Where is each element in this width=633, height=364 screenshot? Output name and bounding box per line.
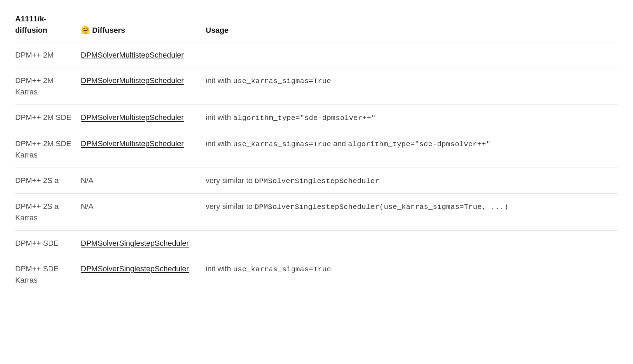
a1111-cell: DPM++ 2M SDE Karras <box>15 131 81 168</box>
diffusers-cell: N/A <box>81 194 206 231</box>
header-a1111: A1111/k-diffusion <box>15 10 81 42</box>
a1111-cell: DPM++ SDE Karras <box>15 256 81 293</box>
usage-cell: init with use_karras_sigmas=True <box>206 256 618 293</box>
table-row: DPM++ 2M KarrasDPMSolverMultistepSchedul… <box>15 68 618 105</box>
usage-text: init with <box>206 139 233 148</box>
header-usage: Usage <box>206 10 618 42</box>
diffusers-na: N/A <box>81 176 94 185</box>
usage-cell <box>206 42 618 68</box>
table-row: DPM++ SDE KarrasDPMSolverSinglestepSched… <box>15 256 618 293</box>
usage-code: use_karras_sigmas=True <box>233 140 331 148</box>
usage-cell: very similar to DPMSolverSinglestepSched… <box>206 194 618 231</box>
usage-cell: very similar to DPMSolverSinglestepSched… <box>206 168 618 194</box>
a1111-cell: DPM++ 2M SDE <box>15 105 81 131</box>
scheduler-link[interactable]: DPMSolverMultistepScheduler <box>81 51 184 59</box>
scheduler-link[interactable]: DPMSolverMultistepScheduler <box>81 76 184 85</box>
diffusers-na: N/A <box>81 202 94 211</box>
usage-text: init with <box>206 113 233 122</box>
scheduler-link[interactable]: DPMSolverSinglestepScheduler <box>81 264 189 273</box>
diffusers-cell: DPMSolverMultistepScheduler <box>81 42 206 68</box>
a1111-cell: DPM++ 2S a <box>15 168 81 194</box>
usage-cell: init with algorithm_type="sde-dpmsolver+… <box>206 105 618 131</box>
diffusers-cell: DPMSolverMultistepScheduler <box>81 131 206 168</box>
diffusers-cell: N/A <box>81 168 206 194</box>
usage-cell <box>206 231 618 256</box>
diffusers-cell: DPMSolverMultistepScheduler <box>81 68 206 105</box>
table-row: DPM++ 2S a KarrasN/Avery similar to DPMS… <box>15 194 618 231</box>
usage-text: and <box>331 139 348 148</box>
scheduler-link[interactable]: DPMSolverMultistepScheduler <box>81 139 184 148</box>
usage-code: use_karras_sigmas=True <box>233 265 331 273</box>
usage-cell: init with use_karras_sigmas=True and alg… <box>206 131 618 168</box>
diffusers-cell: DPMSolverSinglestepScheduler <box>81 256 206 293</box>
usage-code: use_karras_sigmas=True <box>233 77 331 85</box>
diffusers-cell: DPMSolverMultistepScheduler <box>81 105 206 131</box>
scheduler-mapping-table: A1111/k-diffusion 🤗 Diffusers Usage DPM+… <box>15 10 618 293</box>
usage-code: algorithm_type="sde-dpmsolver++" <box>348 140 490 148</box>
table-row: DPM++ SDEDPMSolverSinglestepScheduler <box>15 231 618 256</box>
table-header-row: A1111/k-diffusion 🤗 Diffusers Usage <box>15 10 618 42</box>
table-row: DPM++ 2MDPMSolverMultistepScheduler <box>15 42 618 68</box>
a1111-cell: DPM++ 2M Karras <box>15 68 81 105</box>
table-row: DPM++ 2M SDEDPMSolverMultistepScheduleri… <box>15 105 618 131</box>
scheduler-link[interactable]: DPMSolverMultistepScheduler <box>81 113 184 122</box>
usage-cell: init with use_karras_sigmas=True <box>206 68 618 105</box>
diffusers-cell: DPMSolverSinglestepScheduler <box>81 231 206 256</box>
usage-code: DPMSolverSinglestepScheduler(use_karras_… <box>255 203 508 211</box>
usage-code: DPMSolverSinglestepScheduler <box>255 177 379 185</box>
header-diffusers: 🤗 Diffusers <box>81 10 206 42</box>
usage-text: very similar to <box>206 202 255 211</box>
a1111-cell: DPM++ 2M <box>15 42 81 68</box>
table-row: DPM++ 2M SDE KarrasDPMSolverMultistepSch… <box>15 131 618 168</box>
hugging-face-icon: 🤗 <box>81 26 90 34</box>
table-row: DPM++ 2S aN/Avery similar to DPMSolverSi… <box>15 168 618 194</box>
scheduler-link[interactable]: DPMSolverSinglestepScheduler <box>81 239 189 247</box>
a1111-cell: DPM++ 2S a Karras <box>15 194 81 231</box>
usage-code: algorithm_type="sde-dpmsolver++" <box>233 114 376 122</box>
usage-text: init with <box>206 264 233 273</box>
usage-text: init with <box>206 76 233 85</box>
header-diffusers-text: Diffusers <box>90 26 125 34</box>
usage-text: very similar to <box>206 176 255 185</box>
a1111-cell: DPM++ SDE <box>15 231 81 256</box>
